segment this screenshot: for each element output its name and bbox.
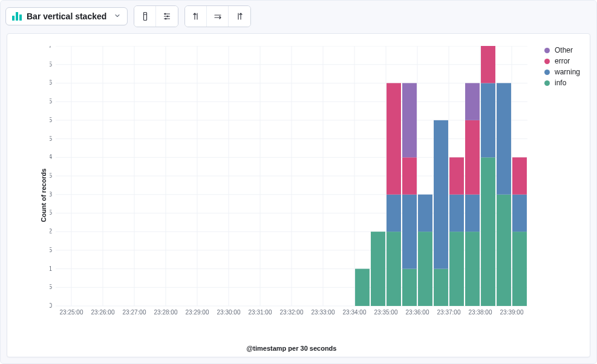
bar-chart-icon [12, 12, 22, 21]
bar-segment[interactable] [481, 83, 495, 157]
svg-text:5.5: 5.5 [50, 98, 52, 105]
svg-text:23:39:00: 23:39:00 [500, 309, 524, 316]
bar-segment[interactable] [465, 83, 480, 120]
legend-label: info [555, 79, 566, 87]
svg-text:4.5: 4.5 [50, 135, 52, 142]
bar-segment[interactable] [449, 195, 464, 232]
x-axis-label: @timestamp per 30 seconds [50, 345, 533, 352]
app-root: { "toolbar": { "chart_type_label": "Bar … [0, 0, 597, 364]
svg-text:23:38:00: 23:38:00 [469, 309, 492, 316]
legend-item[interactable]: error [544, 56, 580, 67]
svg-text:6.5: 6.5 [50, 61, 52, 68]
legend-label: warning [555, 68, 580, 76]
svg-text:23:36:00: 23:36:00 [406, 309, 429, 316]
svg-text:5: 5 [50, 117, 52, 123]
svg-text:23:37:00: 23:37:00 [437, 309, 461, 316]
bar-segment[interactable] [371, 232, 385, 306]
color-palette-button[interactable] [134, 6, 156, 27]
bar-segment[interactable] [465, 120, 480, 195]
bar-segment[interactable] [418, 195, 432, 232]
svg-text:0: 0 [50, 302, 52, 309]
svg-text:23:26:00: 23:26:00 [91, 309, 115, 316]
chart-type-label: Bar vertical stacked [27, 11, 106, 21]
legend-label: error [555, 57, 570, 65]
bar-segment[interactable] [449, 232, 464, 306]
right-axis-button[interactable] [229, 6, 250, 27]
svg-text:23:33:00: 23:33:00 [312, 309, 335, 316]
svg-text:6: 6 [50, 79, 52, 86]
legend-dot-icon [544, 48, 550, 53]
legend-dot-icon [544, 70, 550, 75]
legend-item[interactable]: info [544, 77, 580, 88]
chart-plot[interactable]: 00.511.522.533.544.555.566.57 23:25:0023… [50, 46, 533, 324]
bar-segment[interactable] [402, 157, 417, 194]
toolbar: Bar vertical stacked [1, 1, 596, 27]
bar-segment[interactable] [465, 232, 480, 306]
layer-tools-group [134, 5, 178, 27]
bar-segment[interactable] [402, 195, 417, 269]
bar-segment[interactable] [481, 157, 495, 306]
bar-segment[interactable] [512, 157, 527, 194]
chart-type-selector[interactable]: Bar vertical stacked [5, 7, 128, 25]
chevron-down-icon [114, 11, 121, 21]
bar-segment[interactable] [449, 157, 464, 194]
svg-text:23:34:00: 23:34:00 [343, 309, 367, 316]
svg-text:23:30:00: 23:30:00 [217, 309, 241, 316]
bar-segment[interactable] [387, 232, 401, 306]
svg-text:23:25:00: 23:25:00 [60, 309, 83, 316]
legend: Othererrorwarninginfo [544, 45, 580, 88]
bar-segment[interactable] [512, 232, 527, 306]
chart-panel: Count of records @timestamp per 30 secon… [7, 33, 590, 357]
bar-segment[interactable] [465, 195, 480, 232]
bar-segment[interactable] [434, 269, 448, 306]
svg-text:23:28:00: 23:28:00 [154, 309, 178, 316]
svg-text:1: 1 [50, 265, 52, 272]
svg-text:23:27:00: 23:27:00 [123, 309, 146, 316]
bar-segment[interactable] [387, 195, 401, 232]
svg-rect-0 [143, 13, 146, 21]
legend-dot-icon [544, 80, 550, 86]
svg-text:4: 4 [50, 154, 52, 160]
bottom-axis-button[interactable] [207, 6, 229, 27]
bar-segment[interactable] [481, 46, 495, 83]
svg-text:23:32:00: 23:32:00 [280, 309, 304, 316]
svg-text:2.5: 2.5 [50, 209, 52, 216]
svg-text:1.5: 1.5 [50, 247, 52, 253]
legend-label: Other [555, 46, 573, 54]
svg-text:3: 3 [50, 191, 52, 198]
bar-segment[interactable] [512, 195, 527, 232]
svg-text:23:31:00: 23:31:00 [249, 309, 272, 316]
bar-segment[interactable] [497, 83, 511, 194]
legend-dot-icon [544, 59, 550, 64]
legend-item[interactable]: Other [544, 45, 580, 56]
svg-text:23:35:00: 23:35:00 [374, 309, 398, 316]
bar-segment[interactable] [497, 195, 511, 306]
bar-segment[interactable] [387, 83, 401, 194]
svg-text:7: 7 [50, 46, 52, 49]
svg-text:0.5: 0.5 [50, 284, 52, 290]
legend-item[interactable]: warning [544, 67, 580, 77]
svg-text:3.5: 3.5 [50, 172, 52, 179]
axis-tools-group [184, 5, 251, 27]
svg-text:23:29:00: 23:29:00 [186, 309, 209, 316]
left-axis-button[interactable] [185, 6, 207, 27]
bar-segment[interactable] [355, 269, 370, 306]
bar-segment[interactable] [434, 120, 448, 269]
bar-segment[interactable] [402, 269, 417, 306]
y-axis-label: Count of records [40, 169, 47, 223]
settings-list-button[interactable] [156, 6, 178, 27]
svg-text:2: 2 [50, 228, 52, 235]
bar-segment[interactable] [418, 232, 432, 306]
bar-segment[interactable] [402, 83, 417, 157]
